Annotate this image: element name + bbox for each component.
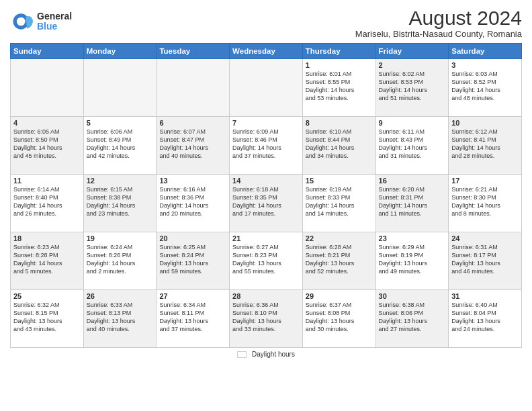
day-number: 4	[13, 119, 81, 127]
day-info: Sunrise: 6:09 AM Sunset: 8:46 PM Dayligh…	[232, 128, 300, 161]
day-info: Sunrise: 6:40 AM Sunset: 8:04 PM Dayligh…	[451, 301, 519, 334]
day-number: 9	[379, 119, 446, 127]
day-number: 17	[451, 177, 519, 185]
calendar-table: SundayMondayTuesdayWednesdayThursdayFrid…	[10, 43, 522, 348]
calendar-cell: 12Sunrise: 6:15 AM Sunset: 8:38 PM Dayli…	[83, 175, 157, 232]
calendar-cell: 22Sunrise: 6:28 AM Sunset: 8:21 PM Dayli…	[302, 232, 375, 290]
calendar-cell: 10Sunrise: 6:12 AM Sunset: 8:41 PM Dayli…	[449, 117, 522, 175]
calendar-header-sunday: Sunday	[11, 44, 84, 59]
day-info: Sunrise: 6:01 AM Sunset: 8:55 PM Dayligh…	[306, 70, 373, 103]
day-number: 12	[87, 177, 154, 185]
page: General Blue August 2024 Mariselu, Bistr…	[0, 0, 532, 411]
calendar-cell: 1Sunrise: 6:01 AM Sunset: 8:55 PM Daylig…	[302, 59, 375, 117]
calendar-cell: 2Sunrise: 6:02 AM Sunset: 8:53 PM Daylig…	[375, 59, 449, 117]
calendar-header-saturday: Saturday	[449, 44, 522, 59]
day-info: Sunrise: 6:36 AM Sunset: 8:10 PM Dayligh…	[232, 301, 300, 334]
calendar-cell: 29Sunrise: 6:37 AM Sunset: 8:08 PM Dayli…	[302, 290, 375, 348]
day-info: Sunrise: 6:23 AM Sunset: 8:28 PM Dayligh…	[13, 243, 81, 276]
calendar-week-2: 4Sunrise: 6:05 AM Sunset: 8:50 PM Daylig…	[11, 117, 522, 175]
day-number: 7	[232, 119, 300, 127]
calendar-cell: 17Sunrise: 6:21 AM Sunset: 8:30 PM Dayli…	[449, 175, 522, 232]
day-info: Sunrise: 6:16 AM Sunset: 8:36 PM Dayligh…	[159, 185, 226, 218]
day-info: Sunrise: 6:25 AM Sunset: 8:24 PM Dayligh…	[159, 243, 226, 276]
day-info: Sunrise: 6:32 AM Sunset: 8:15 PM Dayligh…	[13, 301, 81, 334]
day-number: 18	[13, 234, 81, 242]
main-title: August 2024	[355, 7, 522, 29]
day-number: 31	[451, 292, 519, 300]
day-info: Sunrise: 6:28 AM Sunset: 8:21 PM Dayligh…	[306, 243, 373, 276]
day-info: Sunrise: 6:33 AM Sunset: 8:13 PM Dayligh…	[87, 301, 154, 334]
day-number: 5	[87, 119, 154, 127]
day-info: Sunrise: 6:20 AM Sunset: 8:31 PM Dayligh…	[379, 185, 446, 218]
day-info: Sunrise: 6:19 AM Sunset: 8:33 PM Dayligh…	[306, 185, 373, 218]
calendar-week-5: 25Sunrise: 6:32 AM Sunset: 8:15 PM Dayli…	[11, 290, 522, 348]
calendar-header-row: SundayMondayTuesdayWednesdayThursdayFrid…	[11, 44, 522, 59]
day-info: Sunrise: 6:07 AM Sunset: 8:47 PM Dayligh…	[159, 128, 226, 161]
day-info: Sunrise: 6:37 AM Sunset: 8:08 PM Dayligh…	[306, 301, 373, 334]
calendar-cell: 27Sunrise: 6:34 AM Sunset: 8:11 PM Dayli…	[157, 290, 230, 348]
subtitle: Mariselu, Bistrita-Nasaud County, Romani…	[355, 29, 522, 39]
calendar-cell: 5Sunrise: 6:06 AM Sunset: 8:49 PM Daylig…	[83, 117, 157, 175]
calendar-cell: 26Sunrise: 6:33 AM Sunset: 8:13 PM Dayli…	[83, 290, 157, 348]
day-number: 15	[306, 177, 373, 185]
day-number: 30	[379, 292, 446, 300]
day-number: 1	[306, 61, 373, 69]
calendar-cell: 19Sunrise: 6:24 AM Sunset: 8:26 PM Dayli…	[83, 232, 157, 290]
day-number: 23	[379, 234, 446, 242]
day-number: 20	[159, 234, 226, 242]
day-info: Sunrise: 6:14 AM Sunset: 8:40 PM Dayligh…	[13, 185, 81, 218]
day-number: 25	[13, 292, 81, 300]
logo-general: General	[37, 11, 72, 21]
day-info: Sunrise: 6:38 AM Sunset: 8:06 PM Dayligh…	[379, 301, 446, 334]
day-number: 22	[306, 234, 373, 242]
calendar-cell: 28Sunrise: 6:36 AM Sunset: 8:10 PM Dayli…	[230, 290, 303, 348]
calendar-cell: 25Sunrise: 6:32 AM Sunset: 8:15 PM Dayli…	[11, 290, 84, 348]
calendar-cell: 31Sunrise: 6:40 AM Sunset: 8:04 PM Dayli…	[449, 290, 522, 348]
day-number: 10	[451, 119, 519, 127]
calendar-header-friday: Friday	[375, 44, 449, 59]
calendar-cell: 14Sunrise: 6:18 AM Sunset: 8:35 PM Dayli…	[230, 175, 303, 232]
calendar-cell: 13Sunrise: 6:16 AM Sunset: 8:36 PM Dayli…	[157, 175, 230, 232]
calendar-header-wednesday: Wednesday	[230, 44, 303, 59]
calendar-cell: 3Sunrise: 6:03 AM Sunset: 8:52 PM Daylig…	[449, 59, 522, 117]
day-info: Sunrise: 6:11 AM Sunset: 8:43 PM Dayligh…	[379, 128, 446, 161]
day-number: 27	[159, 292, 226, 300]
day-info: Sunrise: 6:12 AM Sunset: 8:41 PM Dayligh…	[451, 128, 519, 161]
day-info: Sunrise: 6:27 AM Sunset: 8:23 PM Dayligh…	[232, 243, 300, 276]
calendar-week-1: 1Sunrise: 6:01 AM Sunset: 8:55 PM Daylig…	[11, 59, 522, 117]
calendar-cell: 24Sunrise: 6:31 AM Sunset: 8:17 PM Dayli…	[449, 232, 522, 290]
day-info: Sunrise: 6:21 AM Sunset: 8:30 PM Dayligh…	[451, 185, 519, 218]
calendar-week-4: 18Sunrise: 6:23 AM Sunset: 8:28 PM Dayli…	[11, 232, 522, 290]
logo-icon	[10, 9, 34, 34]
calendar-cell: 16Sunrise: 6:20 AM Sunset: 8:31 PM Dayli…	[375, 175, 449, 232]
day-number: 13	[159, 177, 226, 185]
day-number: 26	[87, 292, 154, 300]
logo: General Blue	[10, 9, 72, 34]
day-number: 6	[159, 119, 226, 127]
day-info: Sunrise: 6:34 AM Sunset: 8:11 PM Dayligh…	[159, 301, 226, 334]
calendar-cell: 21Sunrise: 6:27 AM Sunset: 8:23 PM Dayli…	[230, 232, 303, 290]
day-number: 29	[306, 292, 373, 300]
title-block: August 2024 Mariselu, Bistrita-Nasaud Co…	[355, 7, 522, 39]
calendar-cell	[83, 59, 157, 117]
day-number: 21	[232, 234, 300, 242]
calendar-cell: 6Sunrise: 6:07 AM Sunset: 8:47 PM Daylig…	[157, 117, 230, 175]
day-number: 28	[232, 292, 300, 300]
day-info: Sunrise: 6:18 AM Sunset: 8:35 PM Dayligh…	[232, 185, 300, 218]
logo-text: General Blue	[37, 11, 72, 32]
calendar-cell: 18Sunrise: 6:23 AM Sunset: 8:28 PM Dayli…	[11, 232, 84, 290]
day-number: 19	[87, 234, 154, 242]
calendar-cell: 23Sunrise: 6:29 AM Sunset: 8:19 PM Dayli…	[375, 232, 449, 290]
calendar-cell: 15Sunrise: 6:19 AM Sunset: 8:33 PM Dayli…	[302, 175, 375, 232]
legend-label: Daylight hours	[252, 351, 295, 358]
day-number: 3	[451, 61, 519, 69]
footer: Daylight hours	[10, 351, 522, 358]
calendar-cell: 30Sunrise: 6:38 AM Sunset: 8:06 PM Dayli…	[375, 290, 449, 348]
calendar-week-3: 11Sunrise: 6:14 AM Sunset: 8:40 PM Dayli…	[11, 175, 522, 232]
day-info: Sunrise: 6:03 AM Sunset: 8:52 PM Dayligh…	[451, 70, 519, 103]
day-info: Sunrise: 6:31 AM Sunset: 8:17 PM Dayligh…	[451, 243, 519, 276]
logo-blue: Blue	[37, 21, 72, 32]
day-number: 16	[379, 177, 446, 185]
calendar-cell: 4Sunrise: 6:05 AM Sunset: 8:50 PM Daylig…	[11, 117, 84, 175]
calendar-header-thursday: Thursday	[302, 44, 375, 59]
